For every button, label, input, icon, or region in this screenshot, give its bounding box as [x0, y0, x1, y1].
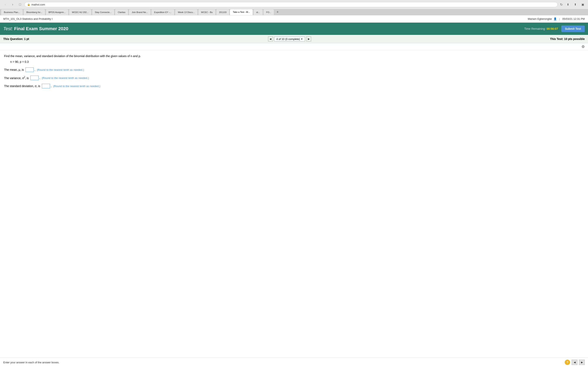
download-icon[interactable]: ⬇ — [565, 2, 571, 7]
user-info: Mariam Egberongbe 👤 | 05/03/21 12:31 PM — [528, 17, 585, 20]
variance-answer-row: The variance, σ2, is . (Round to the nea… — [4, 76, 584, 80]
settings-row: ⚙ — [0, 43, 588, 50]
test-label: Test: — [3, 26, 13, 31]
url-text: mathxl.com — [31, 3, 45, 6]
page-header: MTH_101_OL3 Statistics and Probability I… — [0, 15, 588, 23]
tab-st[interactable]: st... — [253, 9, 263, 15]
tab-join-brand[interactable]: Join Brand Ne... — [129, 9, 151, 15]
variance-label: The variance, σ2, is — [4, 76, 29, 80]
mean-label: The mean, μ, is — [4, 68, 24, 71]
test-title: Test: Final Exam Summer 2020 — [3, 26, 68, 31]
stddev-answer-row: The standard deviation, σ, is . (Round t… — [4, 84, 584, 88]
share-icon[interactable]: ⬆ — [572, 2, 578, 7]
tab-wcec-bu[interactable]: WCEC - Bu — [198, 9, 216, 15]
time-remaining: Time Remaining: 00:56:07 — [524, 27, 558, 30]
mean-answer-row: The mean, μ, is . (Round to the nearest … — [4, 67, 584, 72]
address-bar[interactable]: 🔒 mathxl.com — [25, 2, 558, 7]
test-header-right: Time Remaining: 00:56:07 Submit Test — [524, 25, 585, 32]
test-total: This Test: 10 pts possible — [550, 37, 585, 41]
variance-input[interactable] — [30, 76, 39, 80]
tab-claritas[interactable]: Claritas — [115, 9, 129, 15]
variance-period: . — [39, 76, 40, 80]
question-indicator-text: 4 of 10 (0 complete) — [277, 38, 300, 41]
question-dropdown-arrow: ▼ — [301, 38, 303, 40]
tab-wcec-nj[interactable]: WCEC-NJ 202... — [69, 9, 91, 15]
tabs-bar: Business Plan... Bloomberg for... BPDS A… — [0, 9, 588, 15]
mean-period: . — [35, 68, 35, 71]
time-remaining-value: 00:56:07 — [546, 27, 558, 30]
test-header: Test: Final Exam Summer 2020 Time Remain… — [0, 23, 588, 35]
question-nav: This Question: 1 pt ◀ 4 of 10 (0 complet… — [0, 35, 588, 43]
tab-stay-connected[interactable]: Stay Connecte... — [92, 9, 114, 15]
user-icon: 👤 — [553, 17, 557, 20]
tab-business-plan[interactable]: Business Plan... — [1, 9, 23, 15]
variance-superscript: 2 — [24, 76, 25, 78]
prev-question-button[interactable]: ◀ — [268, 36, 273, 42]
time-remaining-label: Time Remaining: — [524, 27, 546, 30]
nav-center: ◀ 4 of 10 (0 complete) ▼ ▶ — [268, 36, 311, 42]
variance-hint[interactable]: (Round to the nearest tenth as needed.) — [42, 76, 89, 80]
next-question-button[interactable]: ▶ — [306, 36, 311, 42]
tab-view-button[interactable]: □ — [17, 2, 23, 7]
test-name: Final Exam Summer 2020 — [14, 26, 68, 31]
settings-icon[interactable]: ⚙ — [581, 44, 585, 49]
test-total-label: This Test: — [550, 37, 563, 41]
separator: | — [559, 17, 560, 20]
question-content: Find the mean, variance, and standard de… — [0, 50, 588, 96]
tab-week13[interactable]: Week 13 Discu... — [175, 9, 198, 15]
datetime: 05/03/21 12:31 PM — [562, 17, 585, 20]
reload-button[interactable]: ↻ — [559, 2, 563, 7]
tab-take-test[interactable]: Take a Test - M... — [230, 9, 253, 15]
tab-fo[interactable]: FO... — [263, 9, 274, 15]
username: Mariam Egberongbe — [528, 17, 552, 20]
question-instruction: Find the mean, variance, and standard de… — [4, 54, 584, 58]
mean-hint[interactable]: (Round to the nearest tenth as needed.) — [37, 68, 84, 71]
submit-test-button[interactable]: Submit Test — [561, 25, 585, 32]
stddev-hint[interactable]: (Round to the nearest tenth as needed.) — [53, 85, 100, 88]
test-total-value: 10 pts possible — [564, 37, 585, 41]
new-tab-button[interactable]: + — [275, 9, 280, 15]
back-button[interactable]: ‹ — [2, 2, 8, 7]
lock-icon: 🔒 — [27, 3, 30, 6]
question-points: This Question: 1 pt — [3, 37, 29, 41]
question-indicator[interactable]: 4 of 10 (0 complete) ▼ — [274, 37, 305, 42]
tab-bloomberg[interactable]: Bloomberg for... — [23, 9, 45, 15]
fullscreen-icon[interactable]: ▣ — [580, 2, 586, 7]
stddev-label: The standard deviation, σ, is — [4, 84, 40, 88]
tab-201103[interactable]: 201103 — [216, 9, 230, 15]
tab-bpds[interactable]: BPDS Assignm... — [45, 9, 69, 15]
question-values: n = 90, p = 0.3 — [10, 60, 584, 63]
mean-input[interactable] — [26, 67, 34, 72]
forward-button[interactable]: › — [10, 2, 16, 7]
stddev-period: . — [51, 84, 52, 88]
question-points-label: This Question: — [3, 37, 23, 41]
question-points-value: 1 pt — [24, 37, 29, 41]
stddev-input[interactable] — [42, 84, 50, 88]
course-title: MTH_101_OL3 Statistics and Probability I — [3, 17, 52, 20]
tab-expedition-ey[interactable]: Expedition EY -... — [151, 9, 174, 15]
